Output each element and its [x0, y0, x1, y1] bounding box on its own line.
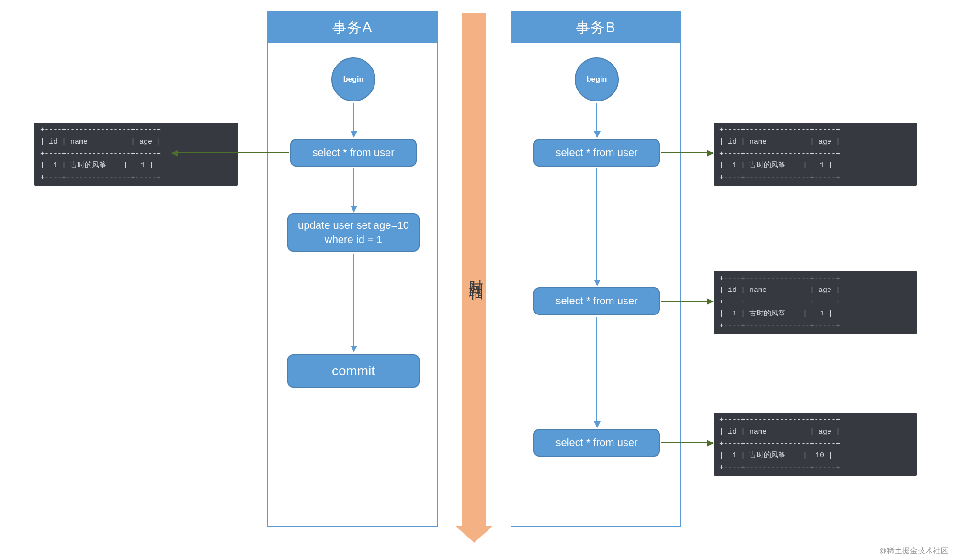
transaction-b-title: 事务B — [511, 11, 680, 43]
tx-a-select: select * from user — [290, 139, 417, 167]
tx-b-select-1: select * from user — [533, 139, 660, 167]
result-footer: +----+---------------+-----+ — [719, 322, 840, 330]
result-header: +----+---------------+-----+ | id | name… — [719, 126, 840, 158]
tx-a-commit: commit — [287, 354, 420, 388]
result-header: +----+---------------+-----+ | id | name… — [719, 274, 840, 306]
result-row: | 1 | 古时的风筝 | 10 | — [719, 451, 833, 459]
arrow-b-s1-s2 — [596, 168, 597, 285]
tx-a-update: update user set age=10 where id = 1 — [287, 213, 420, 252]
result-header: +----+---------------+-----+ | id | name… — [40, 126, 161, 158]
result-table-b2: +----+---------------+-----+ | id | name… — [714, 271, 917, 334]
result-row: | 1 | 古时的风筝 | 1 | — [719, 310, 833, 318]
arrow-b3-result — [661, 442, 713, 443]
arrow-a-select-update — [353, 168, 354, 212]
timeline-label: 时间轴 — [466, 268, 486, 277]
result-footer: +----+---------------+-----+ — [719, 463, 840, 471]
tx-b-select-3: select * from user — [533, 429, 660, 457]
arrow-a-begin-select — [353, 103, 354, 137]
transaction-a-title: 事务A — [268, 11, 437, 43]
result-footer: +----+---------------+-----+ — [719, 173, 840, 181]
result-table-b3: +----+---------------+-----+ | id | name… — [714, 413, 917, 476]
diagram-canvas: 事务A 事务B 时间轴 begin select * from user upd… — [0, 0, 953, 560]
result-table-a: +----+---------------+-----+ | id | name… — [34, 123, 238, 186]
result-table-b1: +----+---------------+-----+ | id | name… — [714, 123, 917, 186]
result-row: | 1 | 古时的风筝 | 1 | — [719, 161, 833, 169]
tx-a-begin: begin — [331, 57, 375, 101]
result-footer: +----+---------------+-----+ — [40, 173, 161, 181]
tx-b-begin: begin — [575, 57, 619, 101]
arrow-a-update-commit — [353, 254, 354, 351]
result-header: +----+---------------+-----+ | id | name… — [719, 416, 840, 448]
arrow-b2-result — [661, 301, 713, 302]
arrow-b1-result — [661, 152, 713, 153]
arrow-b-begin-s1 — [596, 103, 597, 137]
arrow-a-select-result — [172, 152, 289, 153]
arrow-b-s2-s3 — [596, 317, 597, 427]
result-row: | 1 | 古时的风筝 | 1 | — [40, 161, 154, 169]
tx-b-select-2: select * from user — [533, 287, 660, 315]
watermark: @稀土掘金技术社区 — [879, 546, 948, 556]
